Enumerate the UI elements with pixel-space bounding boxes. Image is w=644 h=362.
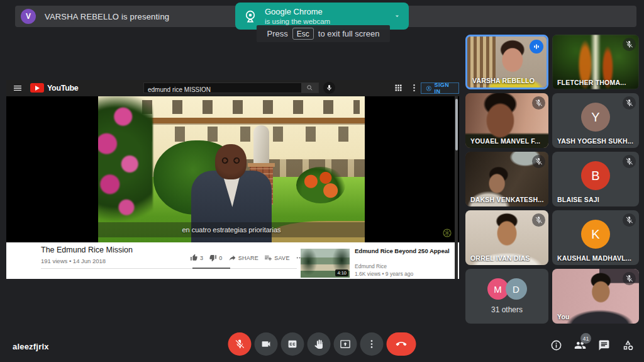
video-scene-statue bbox=[253, 125, 269, 167]
chevron-down-icon[interactable] bbox=[393, 12, 401, 20]
ratings-bar bbox=[192, 268, 230, 269]
participant-tile[interactable]: VARSHA REBELLO bbox=[465, 35, 548, 89]
camera-button[interactable] bbox=[255, 332, 278, 356]
end-call-button[interactable] bbox=[387, 332, 416, 356]
participant-avatar: Y bbox=[581, 103, 610, 132]
participant-tile[interactable]: BBLAISE SAJI bbox=[552, 152, 639, 206]
mini-avatar: D bbox=[506, 278, 527, 300]
search-input[interactable] bbox=[144, 85, 301, 94]
participant-name: BLAISE SAJI bbox=[557, 196, 599, 203]
mic-muted-badge bbox=[623, 155, 636, 168]
notification-texts: Google Chrome is using the webcam bbox=[265, 7, 330, 25]
esc-key: Esc bbox=[292, 28, 314, 40]
captions-icon bbox=[287, 339, 298, 349]
others-summary: MD31 others bbox=[465, 269, 548, 324]
participant-tile[interactable]: DAKSH VENKATESH... bbox=[465, 152, 548, 206]
mic-muted-badge bbox=[623, 96, 636, 110]
related-video-thumbnail[interactable]: 4:10 bbox=[301, 249, 350, 278]
like-count: 3 bbox=[200, 255, 203, 261]
hand-icon bbox=[314, 339, 325, 349]
youtube-logo-text: YouTube bbox=[47, 84, 79, 93]
mic-off-icon bbox=[625, 99, 633, 107]
youtube-header: YouTube SIGN IN bbox=[6, 80, 459, 96]
call-end-icon bbox=[396, 339, 407, 349]
participant-name: FLETCHER THOMA... bbox=[557, 79, 626, 86]
share-label: SHARE bbox=[238, 255, 259, 261]
participant-avatar: K bbox=[581, 220, 610, 249]
page-scrollbar[interactable] bbox=[455, 96, 458, 279]
participant-name: KAUSHAL MADHAVL... bbox=[557, 254, 631, 262]
equalizer-icon bbox=[532, 42, 541, 51]
voice-search-button[interactable] bbox=[323, 82, 335, 94]
like-button[interactable]: 3 bbox=[190, 254, 203, 262]
chat-button[interactable] bbox=[597, 338, 611, 353]
youtube-logo[interactable]: YouTube bbox=[30, 83, 79, 93]
mic-off-button[interactable] bbox=[228, 332, 252, 356]
present-button[interactable] bbox=[334, 332, 357, 356]
mic-muted-badge bbox=[532, 96, 545, 110]
video-player[interactable]: en cuatro estrategias prioritarias bbox=[6, 96, 459, 242]
meeting-details-button[interactable] bbox=[549, 338, 564, 353]
participant-tile[interactable]: FLETCHER THOMA... bbox=[552, 35, 639, 89]
raise-hand-button[interactable] bbox=[308, 332, 331, 356]
more-options-icon[interactable] bbox=[409, 83, 419, 93]
participant-name: YASH YOGESH SUKH... bbox=[557, 137, 633, 145]
search-icon bbox=[306, 84, 313, 91]
participant-name: VARSHA REBELLO bbox=[472, 77, 535, 84]
mic-muted-badge bbox=[623, 272, 636, 285]
participant-name: You bbox=[557, 313, 570, 320]
search-button[interactable] bbox=[301, 82, 319, 93]
panel-controls: 41 bbox=[549, 338, 635, 353]
share-button[interactable]: SHARE bbox=[228, 254, 259, 262]
participant-tile[interactable]: YOUAEL MANVEL F... bbox=[465, 93, 548, 148]
sign-in-button[interactable]: SIGN IN bbox=[421, 82, 459, 94]
dislike-button[interactable]: 0 bbox=[209, 254, 222, 262]
search-box[interactable] bbox=[143, 82, 302, 93]
present-icon bbox=[340, 339, 351, 349]
participant-count-badge: 41 bbox=[580, 333, 591, 344]
participant-tile[interactable]: You bbox=[552, 269, 639, 324]
sign-in-label: SIGN IN bbox=[435, 82, 454, 94]
mic-icon bbox=[326, 84, 333, 91]
thumb-down-icon bbox=[209, 254, 217, 262]
divider bbox=[41, 268, 297, 269]
participants-button[interactable]: 41 bbox=[573, 338, 587, 353]
dislike-count: 0 bbox=[219, 255, 222, 261]
save-label: SAVE bbox=[274, 255, 290, 261]
others-count-label: 31 others bbox=[491, 305, 523, 314]
participant-name: ORREL IVAN DIAS bbox=[470, 254, 530, 262]
mic-muted-badge bbox=[532, 213, 545, 227]
more-options-button[interactable] bbox=[360, 332, 384, 356]
participant-name: YOUAEL MANVEL F... bbox=[470, 137, 540, 145]
participants-grid: VARSHA REBELLOFLETCHER THOMA...YOUAEL MA… bbox=[465, 35, 639, 324]
related-video-meta: 1.6K views • 9 years ago bbox=[355, 271, 413, 277]
participant-tile[interactable]: ORREL IVAN DIAS bbox=[465, 210, 548, 265]
save-button[interactable]: SAVE bbox=[264, 254, 290, 262]
others-tile[interactable]: MD31 others bbox=[465, 269, 548, 324]
toast-prefix: Press bbox=[267, 29, 288, 38]
mic-off-icon bbox=[625, 216, 633, 224]
captions-button[interactable] bbox=[281, 332, 304, 356]
shapes-icon bbox=[622, 339, 634, 351]
presented-screen: YouTube SIGN IN bbox=[6, 80, 459, 279]
channel-watermark-icon bbox=[441, 227, 453, 239]
others-avatars: MD bbox=[487, 278, 527, 300]
participant-avatar: B bbox=[581, 161, 610, 190]
apps-grid-icon[interactable] bbox=[394, 83, 403, 93]
related-video-title[interactable]: Edmund Rice Beyond 250 Appeal bbox=[355, 247, 450, 255]
activities-button[interactable] bbox=[621, 338, 635, 353]
participant-tile[interactable]: YYASH YOGESH SUKH... bbox=[552, 93, 639, 148]
speaking-indicator bbox=[530, 40, 543, 54]
chat-icon bbox=[598, 339, 610, 351]
mic-off-icon bbox=[535, 157, 543, 166]
info-icon bbox=[550, 339, 562, 351]
participant-tile[interactable]: KKAUSHAL MADHAVL... bbox=[552, 210, 639, 265]
video-caption: en cuatro estrategias prioritarias bbox=[182, 226, 280, 234]
call-controls bbox=[228, 332, 416, 356]
mic-off-icon bbox=[625, 157, 633, 166]
mic-off-icon bbox=[535, 99, 543, 107]
scrollbar-thumb[interactable] bbox=[455, 99, 458, 150]
presenting-text: VARSHA REBELLO is presenting bbox=[45, 12, 169, 21]
hamburger-menu-icon[interactable] bbox=[13, 83, 23, 93]
share-icon bbox=[228, 254, 236, 262]
